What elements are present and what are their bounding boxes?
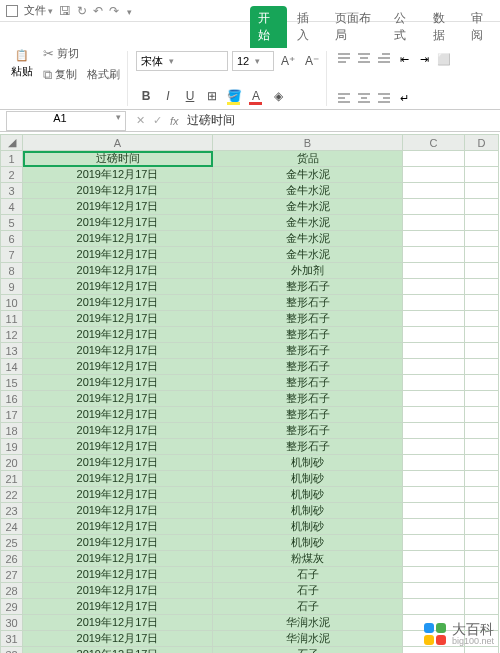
- row-header[interactable]: 18: [1, 423, 23, 439]
- cell-B29[interactable]: 石子: [213, 599, 403, 615]
- cell-A14[interactable]: 2019年12月17日: [23, 359, 213, 375]
- cell[interactable]: [403, 311, 465, 327]
- column-header-D[interactable]: D: [465, 135, 499, 151]
- cell-B20[interactable]: 机制砂: [213, 455, 403, 471]
- column-header-B[interactable]: B: [213, 135, 403, 151]
- cell[interactable]: [403, 343, 465, 359]
- cell[interactable]: [465, 535, 499, 551]
- cell-B30[interactable]: 华润水泥: [213, 615, 403, 631]
- cell[interactable]: [403, 519, 465, 535]
- row-header[interactable]: 24: [1, 519, 23, 535]
- cell-B25[interactable]: 机制砂: [213, 535, 403, 551]
- cell-A15[interactable]: 2019年12月17日: [23, 375, 213, 391]
- wrap-text-icon[interactable]: ↵: [395, 90, 413, 106]
- cell-B12[interactable]: 整形石子: [213, 327, 403, 343]
- row-header[interactable]: 7: [1, 247, 23, 263]
- cell[interactable]: [465, 343, 499, 359]
- row-header[interactable]: 26: [1, 551, 23, 567]
- cell-A32[interactable]: 2019年12月17日: [23, 647, 213, 654]
- cell-B16[interactable]: 整形石子: [213, 391, 403, 407]
- cell-B14[interactable]: 整形石子: [213, 359, 403, 375]
- cancel-formula-icon[interactable]: ✕: [136, 114, 145, 127]
- align-middle-icon[interactable]: [355, 51, 373, 67]
- cell-B24[interactable]: 机制砂: [213, 519, 403, 535]
- cell[interactable]: [403, 471, 465, 487]
- cell[interactable]: [465, 279, 499, 295]
- decrease-font-icon[interactable]: A⁻: [302, 51, 322, 71]
- align-top-icon[interactable]: [335, 51, 353, 67]
- cell[interactable]: [465, 295, 499, 311]
- cell-A24[interactable]: 2019年12月17日: [23, 519, 213, 535]
- cell[interactable]: [403, 583, 465, 599]
- cell[interactable]: [465, 215, 499, 231]
- cell[interactable]: [403, 535, 465, 551]
- cell[interactable]: [465, 391, 499, 407]
- fx-icon[interactable]: fx: [170, 115, 179, 127]
- row-header[interactable]: 30: [1, 615, 23, 631]
- cell[interactable]: [465, 503, 499, 519]
- cell-A1[interactable]: 过磅时间: [23, 151, 213, 167]
- cell-A5[interactable]: 2019年12月17日: [23, 215, 213, 231]
- row-header[interactable]: 6: [1, 231, 23, 247]
- cell[interactable]: [403, 359, 465, 375]
- font-name-select[interactable]: 宋体: [136, 51, 228, 71]
- cell[interactable]: [403, 263, 465, 279]
- tab-insert[interactable]: 插入: [289, 6, 326, 48]
- app-icon[interactable]: [6, 5, 18, 17]
- cell-A27[interactable]: 2019年12月17日: [23, 567, 213, 583]
- cell[interactable]: [465, 567, 499, 583]
- cell[interactable]: [465, 647, 499, 654]
- cell[interactable]: [465, 167, 499, 183]
- indent-decrease-icon[interactable]: ⇤: [395, 51, 413, 67]
- cell-A23[interactable]: 2019年12月17日: [23, 503, 213, 519]
- increase-font-icon[interactable]: A⁺: [278, 51, 298, 71]
- cell-B8[interactable]: 外加剂: [213, 263, 403, 279]
- border-button[interactable]: ⊞: [202, 86, 222, 106]
- cell-A28[interactable]: 2019年12月17日: [23, 583, 213, 599]
- cell-A7[interactable]: 2019年12月17日: [23, 247, 213, 263]
- paste-button[interactable]: 📋 粘贴: [8, 42, 36, 86]
- cell[interactable]: [465, 407, 499, 423]
- cell[interactable]: [403, 295, 465, 311]
- row-header[interactable]: 3: [1, 183, 23, 199]
- cut-button[interactable]: ✂剪切: [40, 44, 123, 63]
- name-box[interactable]: A1: [6, 111, 126, 131]
- row-header[interactable]: 28: [1, 583, 23, 599]
- row-header[interactable]: 21: [1, 471, 23, 487]
- row-header[interactable]: 9: [1, 279, 23, 295]
- align-left-icon[interactable]: [335, 90, 353, 106]
- cell-B15[interactable]: 整形石子: [213, 375, 403, 391]
- cell-A30[interactable]: 2019年12月17日: [23, 615, 213, 631]
- cell[interactable]: [403, 279, 465, 295]
- cell[interactable]: [465, 519, 499, 535]
- fill-color-button[interactable]: 🪣: [224, 86, 244, 106]
- cell-B10[interactable]: 整形石子: [213, 295, 403, 311]
- cell[interactable]: [465, 375, 499, 391]
- cell-B17[interactable]: 整形石子: [213, 407, 403, 423]
- underline-button[interactable]: U: [180, 86, 200, 106]
- row-header[interactable]: 16: [1, 391, 23, 407]
- cell[interactable]: [403, 647, 465, 654]
- align-bottom-icon[interactable]: [375, 51, 393, 67]
- cell-B7[interactable]: 金牛水泥: [213, 247, 403, 263]
- cell[interactable]: [465, 199, 499, 215]
- cell-A19[interactable]: 2019年12月17日: [23, 439, 213, 455]
- effects-button[interactable]: ◈: [268, 86, 288, 106]
- cell-A10[interactable]: 2019年12月17日: [23, 295, 213, 311]
- cell-B2[interactable]: 金牛水泥: [213, 167, 403, 183]
- cell[interactable]: [403, 183, 465, 199]
- column-header-C[interactable]: C: [403, 135, 465, 151]
- row-header[interactable]: 31: [1, 631, 23, 647]
- cell-A16[interactable]: 2019年12月17日: [23, 391, 213, 407]
- cell-B31[interactable]: 华润水泥: [213, 631, 403, 647]
- cell[interactable]: [403, 503, 465, 519]
- cell[interactable]: [403, 439, 465, 455]
- cell[interactable]: [403, 199, 465, 215]
- row-header[interactable]: 25: [1, 535, 23, 551]
- cell-B13[interactable]: 整形石子: [213, 343, 403, 359]
- format-painter-button[interactable]: 格式刷: [84, 65, 123, 85]
- cell-A3[interactable]: 2019年12月17日: [23, 183, 213, 199]
- cell-B22[interactable]: 机制砂: [213, 487, 403, 503]
- cell[interactable]: [465, 455, 499, 471]
- cell-B32[interactable]: 石子: [213, 647, 403, 654]
